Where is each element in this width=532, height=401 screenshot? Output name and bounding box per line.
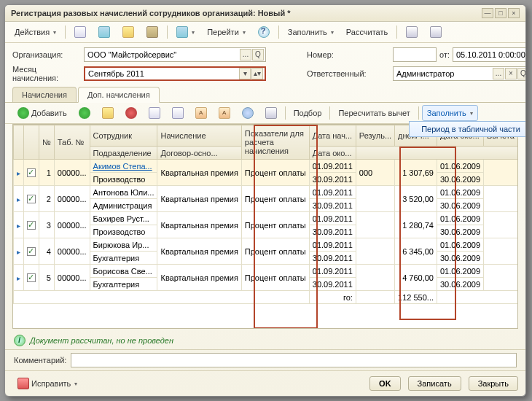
ins-button[interactable]	[74, 105, 95, 121]
save-button[interactable]: Записать	[408, 376, 461, 391]
del-icon	[125, 107, 137, 119]
comment-input[interactable]	[71, 353, 517, 367]
window-title: Регистрация разовых начислений сотрудник…	[11, 9, 480, 17]
date-input[interactable]: 05.10.2011 0:00:00 📅	[453, 47, 526, 62]
up-button[interactable]	[144, 105, 165, 121]
status-text: Документ рассчитан, но не проведен	[30, 336, 173, 345]
fill-menu[interactable]: Заполнить	[283, 24, 339, 40]
flag-icon: ▸	[17, 195, 20, 203]
resp-clear-button[interactable]: ×	[505, 68, 517, 79]
month-label: Месяц начисления:	[12, 65, 78, 82]
row-checkbox[interactable]	[27, 168, 36, 177]
fix-icon	[17, 378, 29, 389]
flag-icon: ▸	[17, 274, 20, 282]
col-d1[interactable]: Дата нач...	[309, 125, 356, 147]
resp-open-button[interactable]: Q	[517, 68, 526, 79]
col-emp[interactable]: Сотрудник	[90, 125, 157, 147]
fill-grid-button[interactable]: Заполнить	[422, 105, 478, 121]
org-label: Организация:	[12, 50, 78, 59]
del-button[interactable]	[120, 105, 142, 121]
table-row[interactable]: ▸200000...Антонова Юли...Квартальная пре…	[14, 186, 519, 199]
org-select-button[interactable]: ...	[240, 49, 251, 61]
col-n[interactable]: №	[39, 125, 55, 160]
resp-input[interactable]: Администратор ... × Q	[393, 66, 526, 81]
resp-label: Ответственный:	[307, 69, 387, 78]
num-label: Номер:	[307, 50, 387, 59]
tab-charges[interactable]: Начисления	[12, 87, 77, 102]
status-bar: Документ рассчитан, но не проведен	[5, 332, 525, 349]
col-res[interactable]: Резуль...	[356, 125, 394, 147]
down-button[interactable]	[167, 105, 189, 121]
actions-menu[interactable]: Действия	[9, 24, 61, 40]
tb-doc[interactable]	[93, 24, 115, 40]
month-spin-button[interactable]: ▴▾	[251, 68, 263, 79]
row-checkbox[interactable]	[27, 273, 36, 282]
tb-att[interactable]	[141, 24, 163, 40]
col-chk[interactable]	[24, 125, 39, 160]
num-input[interactable]	[393, 47, 437, 62]
recalc-button[interactable]: Пересчитать вычет	[333, 105, 415, 121]
close-footer-button[interactable]: Закрыть	[469, 376, 518, 391]
select-button[interactable]: Подбор	[289, 105, 327, 121]
org-open-button[interactable]: Q	[252, 49, 264, 61]
tb-new[interactable]	[69, 24, 91, 40]
row-checkbox[interactable]	[27, 247, 36, 256]
help-icon	[258, 26, 270, 38]
col-charge[interactable]: Начисление	[157, 125, 241, 147]
table-row[interactable]: ▸500000...Борисова Све...Квартальная пре…	[14, 265, 519, 278]
col-tab[interactable]: Таб. №	[54, 125, 90, 160]
tab-extra-charges[interactable]: Доп. начисления	[78, 87, 160, 103]
col-sub[interactable]: Подразделение	[90, 147, 157, 160]
tb-basis[interactable]	[171, 24, 200, 40]
link-icon	[122, 26, 134, 38]
ok-button[interactable]: OK	[369, 376, 401, 391]
table-row[interactable]: ▸100000...Акимов Степа...Квартальная пре…	[14, 160, 519, 173]
table-row[interactable]: ▸300000...Бахирев Руст...Квартальная пре…	[14, 212, 519, 225]
total-label: го:	[309, 291, 356, 304]
row-checkbox[interactable]	[27, 221, 36, 230]
search-icon	[242, 107, 254, 119]
grid2-icon	[430, 26, 442, 38]
month-dd-button[interactable]: ▾	[239, 68, 251, 79]
tb-grid2[interactable]	[425, 24, 447, 40]
sort1-button[interactable]: A	[190, 105, 212, 121]
tb-link[interactable]	[117, 24, 139, 40]
comment-label: Комментарий:	[14, 356, 66, 365]
tb-grid1[interactable]	[401, 24, 423, 40]
grid-toolbar: Добавить A A Подбор Пересчитать вычет За…	[5, 103, 525, 124]
main-toolbar: Действия Перейти Заполнить Рассчитать	[5, 22, 525, 43]
data-grid[interactable]: № Таб. № Сотрудник Начисление Показатели…	[13, 125, 518, 304]
col-d2[interactable]: Дата око...	[309, 147, 356, 160]
minimize-button[interactable]: —	[482, 8, 493, 18]
add-button[interactable]: Добавить	[12, 105, 72, 121]
col-flag[interactable]	[14, 125, 24, 160]
grid-icon	[265, 107, 277, 119]
ins-icon	[79, 107, 90, 119]
resp-select-button[interactable]: ...	[493, 68, 504, 79]
month-input[interactable]: Сентябрь 2011 ▾ ▴▾	[84, 66, 266, 81]
search-button[interactable]	[237, 105, 259, 121]
info-icon	[14, 335, 26, 346]
col-cont[interactable]: Договор-осно...	[157, 147, 241, 160]
basis-icon	[176, 26, 188, 38]
row-checkbox[interactable]	[27, 195, 36, 203]
sort-asc-icon: A	[195, 107, 207, 119]
go-menu[interactable]: Перейти	[202, 24, 251, 40]
calc-button[interactable]: Рассчитать	[341, 24, 393, 40]
col-calc[interactable]: Показатели для расчета начисления	[241, 125, 309, 160]
flag-icon: ▸	[17, 222, 20, 230]
fix-menu[interactable]: Исправить	[12, 375, 82, 392]
fill-popup[interactable]: Период в табличной части	[409, 121, 526, 137]
maximize-button[interactable]: □	[495, 8, 506, 18]
sort2-button[interactable]: A	[214, 105, 235, 121]
grid-cfg-button[interactable]	[260, 105, 282, 121]
close-button[interactable]: ×	[508, 8, 520, 18]
tb-help[interactable]	[253, 24, 275, 40]
total-value: 112 550...	[395, 291, 437, 304]
table-row[interactable]: ▸400000...Бирюкова Ир...Квартальная прем…	[14, 238, 519, 252]
up-icon	[149, 107, 160, 119]
org-input[interactable]: ООО "Майстройсервис" ... Q	[84, 47, 266, 62]
edit-button[interactable]	[97, 105, 119, 121]
titlebar: Регистрация разовых начислений сотрудник…	[5, 5, 525, 22]
doc-icon	[98, 26, 110, 38]
